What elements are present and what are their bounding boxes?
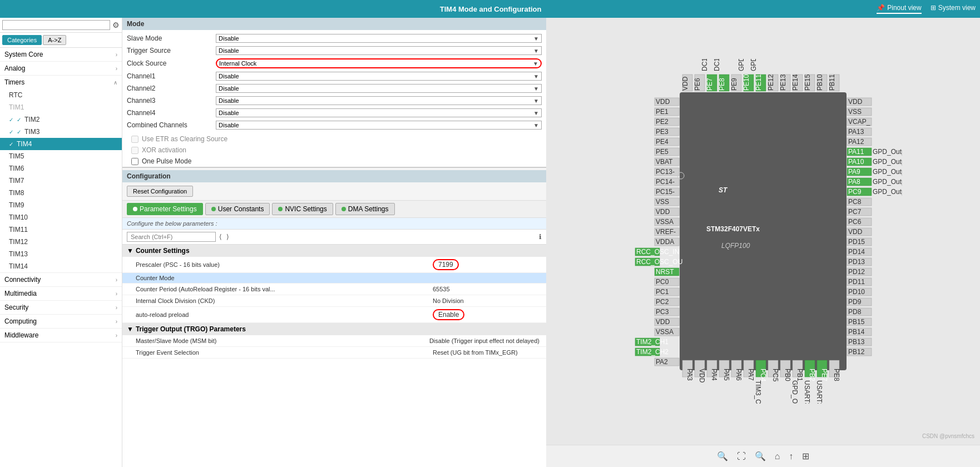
svg-text:PA6: PA6 (735, 369, 743, 381)
sidebar-item-TIM4[interactable]: ✓ TIM4 (0, 138, 122, 150)
sidebar-item-TIM14[interactable]: TIM14 (0, 260, 122, 272)
computing-header[interactable]: Computing › (0, 315, 122, 328)
middleware-header[interactable]: Middleware › (0, 329, 122, 342)
sidebar-item-TIM2[interactable]: ✓ TIM2 (0, 113, 122, 126)
svg-text:PE5: PE5 (656, 148, 669, 156)
trigger-output-group[interactable]: ▼ Trigger Output (TRGO) Parameters (122, 323, 546, 335)
svg-rect-0 (680, 92, 847, 370)
combined-channels-row: Combined Channels Disable ▼ (122, 119, 546, 131)
params-table: ▼ Counter Settings Prescaler (PSC - 16 b… (122, 245, 546, 467)
sidebar-item-TIM1[interactable]: TIM1 (0, 101, 122, 113)
parameter-settings-tab[interactable]: Parameter Settings (127, 203, 203, 215)
slave-mode-select[interactable]: Disable ▼ (216, 34, 542, 43)
pinout-view-btn[interactable]: 📌 Pinout view (877, 4, 921, 14)
sidebar-item-TIM9[interactable]: TIM9 (0, 199, 122, 211)
fit-icon[interactable]: ⛶ (737, 451, 746, 461)
channel4-select[interactable]: Disable ▼ (216, 108, 542, 117)
sidebar-item-TIM7[interactable]: TIM7 (0, 175, 122, 187)
svg-text:PA11: PA11 (848, 148, 864, 156)
timers-header[interactable]: Timers ∧ (0, 76, 122, 89)
sidebar-item-TIM6[interactable]: TIM6 (0, 162, 122, 175)
home-icon[interactable]: ⌂ (775, 451, 780, 461)
svg-text:PD8: PD8 (848, 308, 862, 316)
svg-text:TIM2_CH2: TIM2_CH2 (636, 348, 669, 356)
combined-channels-select[interactable]: Disable ▼ (216, 121, 542, 130)
sidebar-item-TIM10[interactable]: TIM10 (0, 211, 122, 223)
channel3-select[interactable]: Disable ▼ (216, 96, 542, 105)
search-prev-icon[interactable]: ⟨ (218, 232, 223, 242)
svg-text:PE7: PE7 (706, 78, 714, 91)
dma-settings-tab[interactable]: DMA Settings (335, 203, 395, 215)
svg-text:PE11: PE11 (755, 74, 763, 91)
search-next-icon[interactable]: ⟩ (225, 232, 230, 242)
user-constants-tab[interactable]: User Constants (205, 203, 270, 215)
xor-checkbox[interactable] (131, 147, 138, 154)
svg-text:VREF-: VREF- (656, 228, 676, 236)
svg-text:PC3: PC3 (656, 308, 669, 316)
config-section: Configuration Reset Configuration Parame… (122, 170, 546, 467)
channel2-select[interactable]: Disable ▼ (216, 84, 542, 93)
sidebar-item-TIM13[interactable]: TIM13 (0, 248, 122, 260)
svg-text:VDDA: VDDA (656, 238, 674, 246)
combined-channels-label: Combined Channels (127, 121, 216, 129)
multimedia-arrow: › (116, 291, 117, 297)
zoom-out-icon[interactable]: 🔍 (755, 451, 766, 461)
slave-mode-label: Slave Mode (127, 34, 216, 42)
svg-text:USART3_TX: USART3_TX (803, 380, 811, 404)
one-pulse-checkbox[interactable] (131, 158, 138, 165)
svg-text:PA10: PA10 (848, 158, 864, 166)
sidebar-item-TIM8[interactable]: TIM8 (0, 187, 122, 199)
clock-source-select[interactable]: Internal Clock ▼ (216, 58, 542, 68)
system-core-header[interactable]: System Core › (0, 48, 122, 61)
export-icon[interactable]: ↑ (789, 451, 793, 461)
timers-section: Timers ∧ RTC TIM1 ✓ TIM2 ✓ TIM3 ✓ TIM4 T… (0, 76, 122, 273)
zoom-in-icon[interactable]: 🔍 (717, 451, 728, 461)
sidebar-tab-bar: Categories A->Z (0, 33, 122, 48)
dma-tab-dot (341, 207, 346, 211)
middleware-section: Middleware › (0, 329, 122, 342)
etr-checkbox-row: Use ETR as Clearing Source (122, 133, 546, 145)
connectivity-header[interactable]: Connectivity › (0, 273, 122, 286)
mode-section-header: Mode (122, 18, 546, 30)
nvic-settings-tab[interactable]: NVIC Settings (272, 203, 333, 215)
reset-config-button[interactable]: Reset Configuration (127, 186, 193, 197)
sidebar-item-TIM5[interactable]: TIM5 (0, 150, 122, 162)
trigger-source-row: Trigger Source Disable ▼ (122, 44, 546, 57)
analog-header[interactable]: Analog › (0, 62, 122, 75)
system-view-icon: ⊞ (930, 4, 936, 12)
info-icon[interactable]: ℹ (539, 233, 542, 241)
sidebar-item-TIM11[interactable]: TIM11 (0, 223, 122, 236)
params-header: Configure the below parameters : (122, 218, 546, 230)
svg-text:PA8: PA8 (848, 178, 860, 186)
grid-icon[interactable]: ⊞ (802, 451, 809, 461)
categories-tab[interactable]: Categories (2, 35, 42, 45)
trigger-source-select[interactable]: Disable ▼ (216, 46, 542, 55)
sidebar-item-RTC[interactable]: RTC (0, 89, 122, 101)
svg-text:STM32F407VETx: STM32F407VETx (706, 225, 760, 233)
clock-division-row: Internal Clock Division (CKD) No Divisio… (122, 295, 546, 307)
counter-settings-group[interactable]: ▼ Counter Settings (122, 245, 546, 257)
counter-settings-collapse-icon: ▼ (127, 247, 133, 255)
sidebar-item-TIM3[interactable]: ✓ TIM3 (0, 126, 122, 138)
settings-icon[interactable]: ⚙ (112, 21, 120, 29)
sidebar-search-input[interactable] (2, 20, 110, 30)
channel2-row: Channel2 Disable ▼ (122, 82, 546, 95)
security-header[interactable]: Security › (0, 301, 122, 314)
atoz-tab[interactable]: A->Z (43, 35, 66, 45)
svg-text:PD15: PD15 (848, 238, 865, 246)
svg-text:USART3_RX: USART3_RX (815, 380, 823, 404)
svg-text:PC6: PC6 (848, 218, 862, 226)
sidebar-item-TIM12[interactable]: TIM12 (0, 236, 122, 248)
system-view-btn[interactable]: ⊞ System view (930, 4, 976, 14)
counter-mode-value (430, 277, 542, 279)
multimedia-header[interactable]: Multimedia › (0, 287, 122, 300)
params-search-input[interactable] (127, 232, 216, 242)
autoreload-value: Enable (430, 309, 542, 321)
trigger-output-collapse-icon: ▼ (127, 325, 133, 333)
etr-checkbox[interactable] (131, 136, 138, 143)
svg-text:PC2: PC2 (656, 298, 669, 306)
svg-text:GPD_Output: GPD_Output (873, 188, 902, 196)
svg-text:PB2: PB2 (808, 369, 816, 381)
svg-text:GPD_Output: GPD_Output (873, 168, 902, 176)
channel1-select[interactable]: Disable ▼ (216, 72, 542, 81)
